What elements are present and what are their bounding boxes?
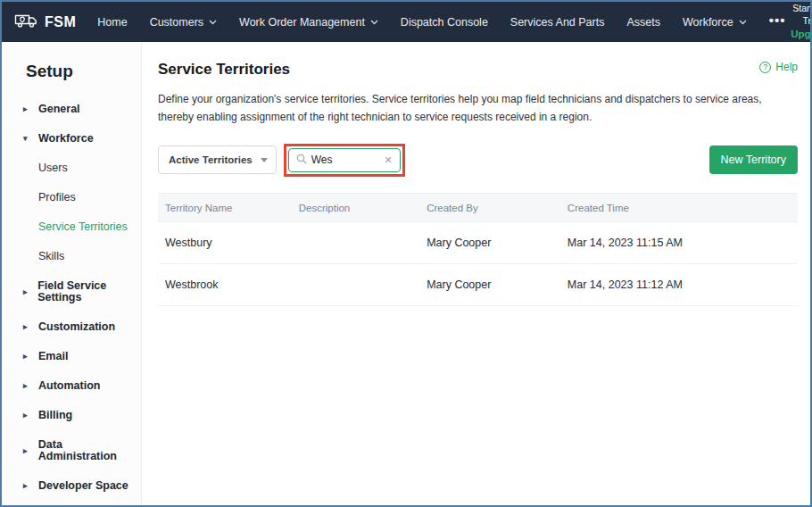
help-label: Help <box>775 61 798 73</box>
column-header-description: Description <box>299 203 427 213</box>
sidebar-item-profiles[interactable]: Profiles <box>2 183 141 212</box>
sidebar-item-label: Email <box>38 351 68 362</box>
nav-item-label: Dispatch Console <box>401 16 488 29</box>
fsm-logo[interactable]: FSM <box>14 12 76 32</box>
sidebar-item-label: Workforce <box>38 133 94 145</box>
chevron-down-icon <box>209 20 217 25</box>
sidebar-item-label: Billing <box>38 410 72 421</box>
upgrade-link[interactable]: Upgrade <box>785 28 812 41</box>
chevron-right-icon: ▸ <box>23 482 30 490</box>
cell-territory-name[interactable]: Westbrook <box>158 278 299 291</box>
territories-table: Territory Name Description Created By Cr… <box>158 193 798 306</box>
search-input[interactable] <box>311 154 374 166</box>
nav-item-label: Workforce <box>683 16 733 29</box>
new-territory-button[interactable]: New Territory <box>709 145 798 174</box>
chevron-right-icon: ▸ <box>23 411 30 420</box>
sidebar-item-automation[interactable]: ▸ Automation <box>2 371 141 401</box>
sidebar-item-skills[interactable]: Skills <box>2 242 141 271</box>
navbar-right: Standard Trial Upgrade <box>785 3 812 40</box>
sidebar-item-data-administration[interactable]: ▸ Data Administration <box>2 430 141 471</box>
column-header-created-time: Created Time <box>568 203 798 213</box>
search-icon <box>296 152 307 168</box>
column-header-territory-name: Territory Name <box>158 203 299 213</box>
app-window: FSM Home Customers Work Order Management… <box>0 0 812 507</box>
sidebar-item-developer-space[interactable]: ▸ Developer Space <box>2 471 141 501</box>
top-navbar: FSM Home Customers Work Order Management… <box>2 2 810 42</box>
cell-created-time: Mar 14, 2023 11:12 AM <box>568 278 798 291</box>
sidebar-item-label: Automation <box>38 380 100 392</box>
main-panel: Service Territories ? Help Define your o… <box>142 42 810 505</box>
chevron-right-icon: ▸ <box>23 382 30 390</box>
page-body: Setup ▸ General ▾ Workforce Users Profil… <box>2 42 810 505</box>
sidebar-item-workforce[interactable]: ▾ Workforce <box>2 124 141 154</box>
brand-label: FSM <box>45 14 76 30</box>
help-link[interactable]: ? Help <box>759 61 798 73</box>
nav-item-label: Services And Parts <box>510 16 605 29</box>
sidebar-item-label: Data Administration <box>38 439 141 462</box>
nav-item-label: Customers <box>150 16 203 29</box>
sidebar-item-field-service-settings[interactable]: ▸ Field Service Settings <box>2 271 141 312</box>
chevron-down-icon <box>370 20 378 25</box>
sidebar-item-customization[interactable]: ▸ Customization <box>2 312 141 342</box>
table-row[interactable]: Westbrook Mary Cooper Mar 14, 2023 11:12… <box>158 264 798 306</box>
chevron-right-icon: ▸ <box>23 447 30 455</box>
nav-item-services-and-parts[interactable]: Services And Parts <box>510 16 605 29</box>
page-title: Service Territories <box>158 61 290 79</box>
nav-item-customers[interactable]: Customers <box>150 16 217 29</box>
annotation-highlight-box: ✕ <box>284 144 405 177</box>
cell-territory-name[interactable]: Westbury <box>158 237 299 249</box>
clear-search-icon[interactable]: ✕ <box>385 154 393 166</box>
table-row[interactable]: Westbury Mary Cooper Mar 14, 2023 11:15 … <box>158 222 798 264</box>
nav-item-dispatch-console[interactable]: Dispatch Console <box>401 16 488 29</box>
sidebar-item-billing[interactable]: ▸ Billing <box>2 401 141 430</box>
nav-item-work-order-management[interactable]: Work Order Management <box>239 16 378 29</box>
chevron-right-icon: ▸ <box>23 105 30 113</box>
sidebar-title: Setup <box>2 54 141 95</box>
sidebar-item-label: Customization <box>38 321 115 333</box>
question-mark-icon: ? <box>759 62 771 73</box>
more-menu-icon[interactable]: ••• <box>769 12 786 31</box>
territory-filter-dropdown[interactable]: Active Territories <box>158 145 277 174</box>
sidebar-item-label: General <box>38 104 80 115</box>
chevron-down-icon <box>261 158 268 162</box>
nav-item-assets[interactable]: Assets <box>626 16 660 29</box>
cell-created-time: Mar 14, 2023 11:15 AM <box>568 237 798 249</box>
plan-upgrade-block[interactable]: Standard Trial Upgrade <box>785 3 812 40</box>
chevron-right-icon: ▸ <box>23 323 30 331</box>
description-line-2: thereby enabling assignment of the right… <box>158 108 798 126</box>
table-header-row: Territory Name Description Created By Cr… <box>158 193 798 222</box>
chevron-down-icon <box>739 20 747 25</box>
page-description: Define your organization's service terri… <box>158 90 798 126</box>
search-box[interactable]: ✕ <box>288 148 401 172</box>
territory-filter-value: Active Territories <box>169 154 253 165</box>
sidebar-item-label: Field Service Settings <box>37 280 141 303</box>
chevron-right-icon: ▸ <box>23 288 29 296</box>
cell-created-by: Mary Cooper <box>427 237 568 249</box>
sidebar-item-service-territories[interactable]: Service Territories <box>2 212 141 242</box>
chevron-right-icon: ▸ <box>23 353 30 361</box>
nav-menu: Home Customers Work Order Management Dis… <box>97 12 785 31</box>
sidebar-item-users[interactable]: Users <box>2 154 141 183</box>
main-header: Service Territories ? Help <box>158 61 798 79</box>
setup-sidebar: Setup ▸ General ▾ Workforce Users Profil… <box>2 42 142 505</box>
nav-item-label: Assets <box>626 16 660 29</box>
cell-created-by: Mary Cooper <box>427 278 568 291</box>
column-header-created-by: Created By <box>427 203 568 213</box>
filter-toolbar: Active Territories ✕ <box>158 142 798 178</box>
nav-item-home[interactable]: Home <box>97 16 127 29</box>
chevron-down-icon: ▾ <box>23 135 30 143</box>
plan-label: Standard Trial <box>785 3 812 27</box>
sidebar-item-general[interactable]: ▸ General <box>2 95 141 124</box>
description-line-1: Define your organization's service terri… <box>158 90 798 108</box>
nav-item-label: Work Order Management <box>239 16 365 29</box>
nav-item-label: Home <box>97 16 127 29</box>
sidebar-item-email[interactable]: ▸ Email <box>2 342 141 371</box>
nav-item-workforce[interactable]: Workforce <box>683 16 747 29</box>
van-logo-icon <box>14 12 37 32</box>
sidebar-item-label: Developer Space <box>38 480 128 492</box>
